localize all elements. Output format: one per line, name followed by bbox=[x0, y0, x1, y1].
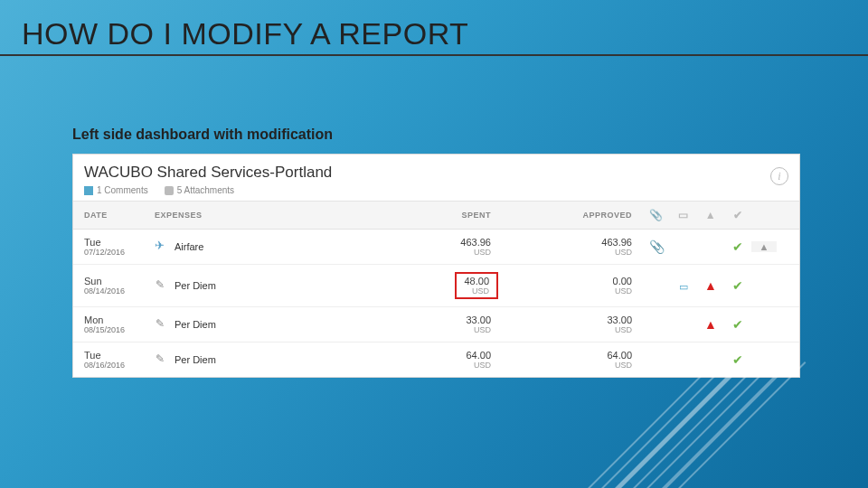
col-header-check-icon: ✔ bbox=[724, 209, 751, 221]
date-cell: Mon08/15/2016 bbox=[73, 314, 155, 334]
attachments-count: 5 Attachments bbox=[177, 185, 234, 195]
pencil-icon bbox=[155, 280, 169, 291]
panel-header: WACUBO Shared Services-Portland 1 Commen… bbox=[73, 155, 799, 201]
col-header-attachment-icon: 📎 bbox=[643, 209, 670, 221]
slide-subtitle: Left side dashboard with modification bbox=[72, 127, 333, 143]
spent-amount-wrap: 48.00USD bbox=[455, 272, 498, 299]
approved-cell: 0.00USD bbox=[516, 276, 643, 296]
airplane-icon bbox=[155, 241, 169, 252]
scroll-up-arrow[interactable]: ▲ bbox=[751, 241, 777, 252]
day-of-week: Tue bbox=[84, 350, 155, 361]
spent-amount: 463.96 bbox=[460, 237, 491, 248]
approved-currency: USD bbox=[516, 286, 632, 296]
approved-currency: USD bbox=[516, 361, 632, 370]
expense-type-label: Per Diem bbox=[175, 280, 216, 291]
spent-currency: USD bbox=[466, 361, 491, 370]
spent-amount: 48.00 bbox=[464, 276, 489, 286]
attachments-meta[interactable]: 5 Attachments bbox=[165, 185, 234, 195]
row-check-icon: ✔ bbox=[724, 317, 751, 332]
spent-cell: 463.96USD bbox=[390, 237, 516, 257]
col-header-approved[interactable]: APPROVED bbox=[516, 211, 643, 220]
col-header-warning-icon: ▲ bbox=[697, 209, 724, 221]
col-header-spent[interactable]: SPENT bbox=[390, 211, 516, 220]
report-meta: 1 Comments 5 Attachments bbox=[84, 185, 788, 195]
row-warning-icon[interactable]: ▲ bbox=[697, 317, 724, 332]
row-check-icon: ✔ bbox=[724, 278, 751, 293]
expense-cell: Per Diem bbox=[155, 319, 390, 330]
table-header: DATE EXPENSES SPENT APPROVED 📎 ▭ ▲ ✔ bbox=[73, 201, 799, 230]
spent-amount-wrap: 33.00USD bbox=[466, 314, 491, 334]
pencil-icon bbox=[155, 319, 169, 330]
day-of-week: Sun bbox=[84, 276, 155, 286]
approved-amount: 33.00 bbox=[516, 314, 632, 325]
approved-currency: USD bbox=[516, 325, 632, 334]
approved-cell: 33.00USD bbox=[516, 314, 643, 334]
expense-type-label: Per Diem bbox=[175, 354, 216, 365]
comments-count: 1 Comments bbox=[97, 185, 148, 195]
info-icon[interactable]: i bbox=[770, 167, 788, 185]
spent-amount: 64.00 bbox=[466, 350, 491, 361]
row-comment-icon[interactable]: ▭ bbox=[670, 278, 697, 293]
date-cell: Sun08/14/2016 bbox=[73, 276, 155, 296]
table-body: Tue07/12/2016Airfare463.96USD463.96USD📎✔… bbox=[73, 230, 799, 377]
spent-cell: 64.00USD bbox=[390, 350, 516, 370]
expense-type-label: Airfare bbox=[175, 241, 203, 252]
spent-currency: USD bbox=[464, 286, 489, 296]
spent-amount-wrap: 64.00USD bbox=[466, 350, 491, 370]
expense-panel: WACUBO Shared Services-Portland 1 Commen… bbox=[72, 154, 800, 378]
row-warning-icon[interactable]: ▲ bbox=[697, 278, 724, 293]
table-row[interactable]: Sun08/14/2016Per Diem48.00USD0.00USD▭▲✔ bbox=[73, 265, 799, 307]
title-underline bbox=[0, 54, 868, 56]
table-row[interactable]: Tue08/16/2016Per Diem64.00USD64.00USD✔ bbox=[73, 343, 799, 377]
comments-meta[interactable]: 1 Comments bbox=[84, 185, 148, 195]
pencil-icon bbox=[155, 354, 169, 365]
comment-icon bbox=[84, 186, 93, 195]
expense-cell: Airfare bbox=[155, 241, 390, 252]
col-header-expenses[interactable]: EXPENSES bbox=[155, 211, 390, 220]
report-title: WACUBO Shared Services-Portland bbox=[84, 164, 788, 182]
row-check-icon: ✔ bbox=[724, 239, 751, 254]
col-header-date[interactable]: DATE bbox=[73, 211, 155, 220]
spent-amount: 33.00 bbox=[466, 314, 491, 325]
approved-currency: USD bbox=[516, 248, 632, 257]
spent-cell: 33.00USD bbox=[390, 314, 516, 334]
table-row[interactable]: Mon08/15/2016Per Diem33.00USD33.00USD▲✔ bbox=[73, 307, 799, 343]
full-date: 07/12/2016 bbox=[84, 248, 155, 257]
date-cell: Tue07/12/2016 bbox=[73, 237, 155, 257]
day-of-week: Tue bbox=[84, 237, 155, 248]
paperclip-icon bbox=[165, 186, 174, 195]
slide-title: HOW DO I MODIFY A REPORT bbox=[22, 16, 468, 52]
expense-type-label: Per Diem bbox=[175, 319, 216, 330]
spent-amount-wrap: 463.96USD bbox=[460, 237, 491, 257]
approved-amount: 0.00 bbox=[516, 276, 632, 286]
approved-cell: 463.96USD bbox=[516, 237, 643, 257]
approved-amount: 463.96 bbox=[516, 237, 632, 248]
full-date: 08/16/2016 bbox=[84, 361, 155, 370]
full-date: 08/14/2016 bbox=[84, 286, 155, 296]
decorative-lines bbox=[687, 361, 868, 488]
full-date: 08/15/2016 bbox=[84, 325, 155, 334]
approved-cell: 64.00USD bbox=[516, 350, 643, 370]
row-attachment-icon[interactable]: 📎 bbox=[643, 239, 670, 254]
date-cell: Tue08/16/2016 bbox=[73, 350, 155, 370]
col-header-comment-icon: ▭ bbox=[670, 209, 697, 221]
day-of-week: Mon bbox=[84, 314, 155, 325]
spent-cell: 48.00USD bbox=[390, 272, 516, 299]
expense-cell: Per Diem bbox=[155, 280, 390, 291]
table-row[interactable]: Tue07/12/2016Airfare463.96USD463.96USD📎✔… bbox=[73, 230, 799, 265]
expense-cell: Per Diem bbox=[155, 354, 390, 365]
spent-currency: USD bbox=[466, 325, 491, 334]
approved-amount: 64.00 bbox=[516, 350, 632, 361]
spent-currency: USD bbox=[460, 248, 491, 257]
row-check-icon: ✔ bbox=[724, 352, 751, 367]
